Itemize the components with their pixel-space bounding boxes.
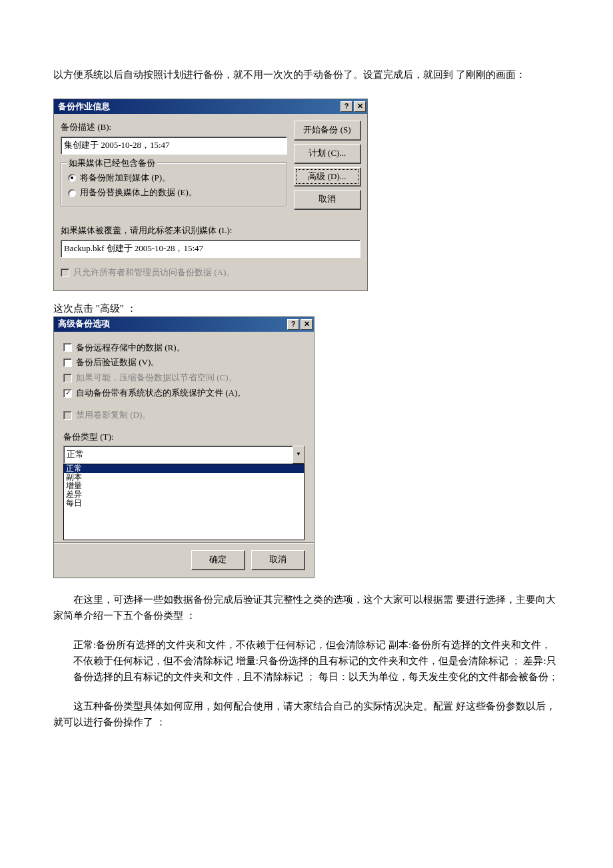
- advanced-backup-options-dialog: 高级备份选项 ? ✕ 备份远程存储中的数据 (R)。 备份后验证数据 (V)。 …: [53, 316, 314, 578]
- dropdown-value: 正常: [63, 446, 293, 464]
- intro-paragraph: 以方便系统以后自动按照计划进行备份，就不用一次次的手动备份了。设置完成后，就回到…: [53, 67, 560, 83]
- desc-input[interactable]: 集创建于 2005-10-28，15:47: [61, 137, 287, 155]
- help-icon[interactable]: ?: [287, 319, 299, 330]
- override-input[interactable]: Backup.bkf 创建于 2005-10-28，15:47: [61, 240, 360, 258]
- help-icon[interactable]: ?: [340, 101, 352, 112]
- list-item[interactable]: 副本: [64, 473, 304, 482]
- chk-vss: 禁用卷影复制 (D)。: [63, 408, 305, 422]
- radio-replace[interactable]: 用备份替换媒体上的数据 (E)。: [68, 186, 280, 200]
- list-item[interactable]: 增量: [64, 482, 304, 490]
- dialog1-titlebar: 备份作业信息 ? ✕: [54, 99, 367, 114]
- chevron-down-icon[interactable]: ▼: [293, 446, 305, 464]
- dialog2-title: 高级备份选项: [58, 317, 286, 331]
- radio-icon: [68, 174, 76, 182]
- start-backup-button[interactable]: 开始备份 (S): [294, 121, 360, 140]
- list-item[interactable]: 每日: [64, 499, 304, 508]
- ok-button[interactable]: 确定: [191, 550, 245, 570]
- checkbox-icon: [63, 358, 72, 367]
- chk-sysprotect[interactable]: ✓ 自动备份带有系统状态的系统保护文件 (A)。: [63, 386, 305, 400]
- backup-job-info-dialog: 备份作业信息 ? ✕ 备份描述 (B): 集创建于 2005-10-28，15:…: [53, 99, 368, 291]
- radio-append[interactable]: 将备份附加到媒体 (P)。: [68, 171, 280, 185]
- chk-remote[interactable]: 备份远程存储中的数据 (R)。: [63, 341, 305, 355]
- allow-only-check: 只允许所有者和管理员访问备份数据 (A)。: [61, 266, 360, 280]
- mid-text: 这次点击 "高级" ：: [53, 300, 560, 316]
- chk-remote-label: 备份远程存储中的数据 (R)。: [76, 341, 185, 355]
- chk-vss-label: 禁用卷影复制 (D)。: [76, 408, 151, 422]
- backup-type-list: 正常 副本 增量 差异 每日: [63, 464, 305, 540]
- checkbox-icon: ✓: [63, 389, 72, 398]
- radio-icon: [68, 189, 76, 197]
- para3: 这五种备份类型具体如何应用，如何配合使用，请大家结合自己的实际情况决定。配置 好…: [53, 698, 560, 730]
- dialog1-title: 备份作业信息: [58, 100, 339, 114]
- checkbox-icon: [63, 374, 72, 382]
- cancel-button[interactable]: 取消: [251, 550, 305, 570]
- radio-append-label: 将备份附加到媒体 (P)。: [80, 171, 171, 185]
- cancel-button[interactable]: 取消: [294, 190, 360, 209]
- chk-sysprotect-label: 自动备份带有系统状态的系统保护文件 (A)。: [76, 386, 246, 400]
- allow-only-label: 只允许所有者和管理员访问备份数据 (A)。: [73, 266, 235, 280]
- close-icon[interactable]: ✕: [354, 101, 366, 112]
- chk-verify-label: 备份后验证数据 (V)。: [76, 356, 159, 370]
- schedule-button[interactable]: 计划 (C)...: [294, 144, 360, 163]
- para1: 在这里，可选择一些如数据备份完成后验证其完整性之类的选项，这个大家可以根据需 要…: [53, 592, 560, 624]
- checkbox-icon: [61, 268, 69, 277]
- checkbox-icon: [63, 411, 72, 420]
- list-item[interactable]: 差异: [64, 490, 304, 499]
- chk-compress-label: 如果可能，压缩备份数据以节省空间 (C)。: [76, 371, 237, 385]
- chk-verify[interactable]: 备份后验证数据 (V)。: [63, 356, 305, 370]
- backup-type-dropdown[interactable]: 正常 ▼: [63, 446, 305, 464]
- chk-compress: 如果可能，压缩备份数据以节省空间 (C)。: [63, 371, 305, 385]
- para2: 正常:备份所有选择的文件夹和文件，不依赖于任何标记，但会清除标记 副本:备份所有…: [53, 637, 560, 685]
- override-label: 如果媒体被覆盖，请用此标签来识别媒体 (L):: [61, 224, 360, 238]
- group-title: 如果媒体已经包含备份: [67, 157, 157, 171]
- desc-label: 备份描述 (B):: [61, 121, 287, 135]
- backup-type-label: 备份类型 (T):: [63, 430, 305, 444]
- radio-replace-label: 用备份替换媒体上的数据 (E)。: [80, 186, 197, 200]
- list-item[interactable]: 正常: [64, 464, 304, 473]
- advanced-button[interactable]: 高级 (D)...: [294, 167, 360, 187]
- checkbox-icon: [63, 343, 72, 352]
- close-icon[interactable]: ✕: [301, 319, 312, 330]
- dialog2-titlebar: 高级备份选项 ? ✕: [54, 317, 314, 332]
- media-contains-group: 如果媒体已经包含备份 将备份附加到媒体 (P)。 用备份替换媒体上的数据 (E)…: [61, 163, 287, 208]
